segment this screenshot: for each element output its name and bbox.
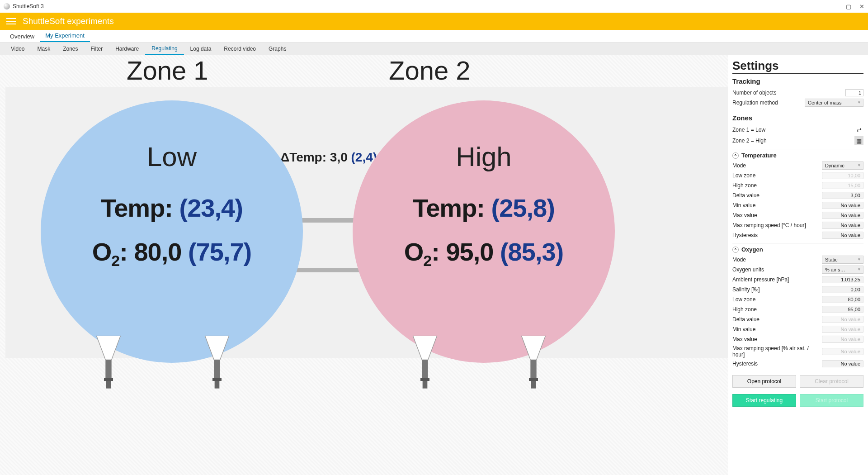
temp-low-label: Low zone	[732, 172, 822, 179]
oxy-min-input[interactable]: No value	[822, 326, 863, 333]
svg-rect-6	[212, 378, 222, 381]
temp-min-input[interactable]: No value	[822, 202, 863, 209]
zone2-temp-row: Temp: (25,8)	[413, 193, 555, 223]
oxy-max-label: Max value	[732, 336, 822, 342]
oxy-mode-select[interactable]: Static	[822, 256, 863, 264]
temp-max-input[interactable]: No value	[822, 212, 863, 219]
app-icon	[4, 3, 10, 10]
temp-max-label: Max value	[732, 212, 822, 218]
oxy-press-input[interactable]: 1.013,25	[822, 276, 863, 283]
start-protocol-button[interactable]: Start protocol	[800, 394, 863, 407]
experiment-canvas: Zone 1 Zone 2 ΔTemp: 3,0 (2,4) Low Temp:…	[0, 55, 728, 475]
subtab-video[interactable]: Video	[5, 43, 31, 54]
tracking-title: Tracking	[732, 77, 863, 85]
temp-ramp-label: Max ramping speed [°C / hour]	[732, 222, 822, 228]
temp-delta-input[interactable]: 3,00	[822, 192, 863, 199]
nozzle-icon	[90, 336, 127, 390]
temp-high-label: High zone	[732, 182, 822, 189]
oxy-units-label: Oxygen units	[732, 266, 822, 273]
oxy-high-input[interactable]: 95,00	[822, 306, 863, 313]
zone2-title: Zone 2	[389, 55, 471, 86]
start-regulating-button[interactable]: Start regulating	[732, 394, 796, 407]
oxygen-section-header[interactable]: ^ Oxygen	[732, 244, 863, 255]
chevron-up-icon: ^	[732, 152, 739, 159]
zone1-o2-row: O2: 80,0 (75,7)	[92, 237, 252, 270]
subtab-graphs[interactable]: Graphs	[262, 43, 292, 54]
oxy-high-label: High zone	[732, 306, 822, 313]
app-bar: ShuttleSoft experiments	[0, 13, 868, 30]
tab-my-experiment[interactable]: My Experiment	[40, 30, 90, 42]
nozzle-icon	[199, 336, 235, 390]
regulation-method-label: Regulation method	[732, 100, 805, 106]
settings-title: Settings	[732, 59, 863, 74]
zone2-action-icon[interactable]: ▦	[854, 136, 863, 145]
num-objects-input[interactable]: 1	[845, 89, 863, 96]
svg-rect-13	[530, 360, 536, 378]
hamburger-menu-icon[interactable]	[6, 16, 16, 26]
zone2-o2-row: O2: 95,0 (85,3)	[404, 237, 564, 270]
nozzle-icon	[515, 336, 552, 390]
sub-tabs: Video Mask Zones Filter Hardware Regulat…	[0, 43, 868, 55]
svg-rect-1	[105, 360, 111, 378]
oxy-mode-label: Mode	[732, 256, 822, 263]
subtab-record-video[interactable]: Record video	[217, 43, 262, 54]
oxy-sal-input[interactable]: 0,00	[822, 286, 863, 293]
temp-hyst-label: Hysteresis	[732, 232, 822, 238]
clear-protocol-button[interactable]: Clear protocol	[800, 375, 863, 388]
subtab-filter[interactable]: Filter	[85, 43, 109, 54]
svg-marker-8	[413, 336, 437, 360]
subtab-zones[interactable]: Zones	[57, 43, 84, 54]
svg-rect-14	[529, 378, 538, 381]
tab-overview[interactable]: Overview	[5, 31, 40, 42]
chevron-up-icon: ^	[732, 247, 739, 253]
zone1-title: Zone 1	[127, 55, 208, 86]
svg-rect-2	[104, 378, 113, 381]
svg-marker-12	[521, 336, 545, 360]
temp-high-input[interactable]: 15,00	[822, 182, 863, 189]
oxy-press-label: Ambient pressure [hPa]	[732, 276, 822, 283]
minimize-icon[interactable]: —	[832, 3, 838, 10]
svg-rect-3	[106, 381, 111, 389]
zone1-assignment: Zone 1 = Low	[732, 127, 854, 133]
subtab-mask[interactable]: Mask	[31, 43, 57, 54]
delta-temp-readout: ΔTemp: 3,0 (2,4)	[280, 150, 377, 165]
oxy-ramp-input[interactable]: No value	[822, 348, 863, 355]
svg-rect-7	[215, 381, 220, 389]
zone2-assignment: Zone 2 = High	[732, 138, 854, 144]
temp-min-label: Min value	[732, 202, 822, 209]
zone2-label: High	[456, 141, 511, 172]
temp-ramp-input[interactable]: No value	[822, 222, 863, 229]
svg-marker-4	[205, 336, 229, 360]
open-protocol-button[interactable]: Open protocol	[732, 375, 796, 388]
zone1-label: Low	[147, 141, 197, 172]
temperature-section-header[interactable]: ^ Temperature	[732, 150, 863, 161]
zone1-circle: Low Temp: (23,4) O2: 80,0 (75,7)	[41, 100, 303, 363]
oxy-units-select[interactable]: % air s…	[822, 266, 863, 274]
svg-rect-11	[423, 381, 428, 389]
temp-mode-select[interactable]: Dynamic	[822, 162, 863, 170]
temp-delta-label: Delta value	[732, 192, 822, 199]
oxy-delta-label: Delta value	[732, 316, 822, 323]
swap-zones-icon[interactable]: ⇄	[854, 125, 863, 134]
svg-rect-10	[420, 378, 429, 381]
zone2-circle: High Temp: (25,8) O2: 95,0 (85,3)	[353, 100, 615, 363]
num-objects-label: Number of objects	[732, 90, 845, 96]
temp-hyst-input[interactable]: No value	[822, 232, 863, 239]
oxy-delta-input[interactable]: No value	[822, 316, 863, 323]
oxy-sal-label: Salinity [‰]	[732, 286, 822, 293]
nozzle-icon	[407, 336, 443, 390]
oxy-max-input[interactable]: No value	[822, 336, 863, 343]
oxy-hyst-input[interactable]: No value	[822, 360, 863, 367]
temp-low-input[interactable]: 10,00	[822, 172, 863, 179]
subtab-hardware[interactable]: Hardware	[109, 43, 145, 54]
regulation-method-select[interactable]: Center of mass	[805, 99, 863, 107]
temp-mode-label: Mode	[732, 162, 822, 169]
close-icon[interactable]: ✕	[859, 3, 864, 10]
subtab-log-data[interactable]: Log data	[184, 43, 218, 54]
maximize-icon[interactable]: ▢	[846, 3, 851, 10]
window-title: ShuttleSoft 3	[13, 3, 44, 10]
oxy-low-input[interactable]: 80,00	[822, 296, 863, 303]
appbar-title: ShuttleSoft experiments	[23, 16, 114, 26]
subtab-regulating[interactable]: Regulating	[145, 43, 184, 55]
zones-section-title: Zones	[732, 114, 863, 122]
